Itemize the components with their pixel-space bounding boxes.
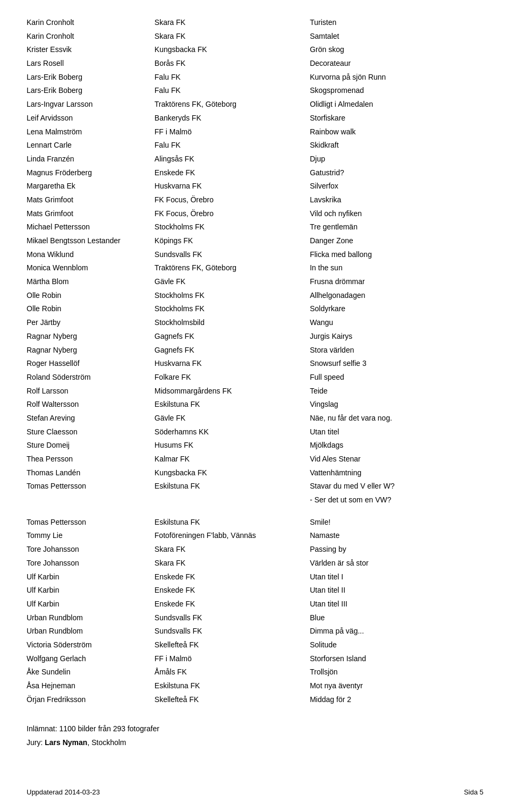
photo-title: - Ser det ut som en VW? bbox=[310, 493, 483, 507]
photo-title: Gatustrid? bbox=[310, 166, 483, 180]
club-name: Enskede FK bbox=[155, 166, 310, 180]
photographer-name: Olle Robin bbox=[27, 289, 155, 303]
table-row: Roger HassellöfHuskvarna FKSnowsurf self… bbox=[27, 357, 483, 371]
photo-title: Snowsurf selfie 3 bbox=[310, 357, 483, 371]
club-name: Enskede FK bbox=[155, 597, 310, 611]
photographer-name: Ragnar Nyberg bbox=[27, 330, 155, 344]
photographer-name: Tore Johansson bbox=[27, 557, 155, 570]
table-row: Thea PerssonKalmar FKVid Ales Stenar bbox=[27, 452, 483, 466]
photo-title: Jurgis Kairys bbox=[310, 330, 483, 344]
photographer-name: Ulf Karbin bbox=[27, 584, 155, 597]
photographer-name: Monica Wennblom bbox=[27, 261, 155, 275]
photo-title: Näe, nu får det vara nog. bbox=[310, 412, 483, 425]
photo-title: Samtalet bbox=[310, 30, 483, 44]
table-row: Urban RundblomSundsvalls FKDimma på väg.… bbox=[27, 625, 483, 638]
table-row: Monica WennblomTraktörens FK, GöteborgIn… bbox=[27, 261, 483, 275]
photo-title: Wangu bbox=[310, 316, 483, 330]
table-row: Thomas LandénKungsbacka FKVattenhämtning bbox=[27, 466, 483, 480]
club-name bbox=[155, 493, 310, 507]
table-row: Lennart CarleFalu FKSkidkraft bbox=[27, 139, 483, 152]
table-row: Magnus FröderbergEnskede FKGatustrid? bbox=[27, 166, 483, 180]
photographer-name bbox=[27, 493, 155, 507]
table-row: Linda FranzénAlingsås FKDjup bbox=[27, 152, 483, 166]
photo-title: Vingslag bbox=[310, 398, 483, 412]
table-row: Roland SöderströmFolkare FKFull speed bbox=[27, 371, 483, 384]
table-row: Wolfgang GerlachFF i MalmöStorforsen Isl… bbox=[27, 652, 483, 666]
update-date: Uppdaterad 2014-03-23 bbox=[27, 788, 100, 796]
club-name: Gävle FK bbox=[155, 412, 310, 425]
photo-title: In the sun bbox=[310, 261, 483, 275]
table-row: Margaretha EkHuskvarna FKSilverfox bbox=[27, 180, 483, 193]
club-name: Bankeryds FK bbox=[155, 112, 310, 125]
club-name: Enskede FK bbox=[155, 570, 310, 584]
photographer-name: Lena Malmström bbox=[27, 125, 155, 139]
photo-title: Vattenhämtning bbox=[310, 466, 483, 480]
table-row: Mikael Bengtsson LestanderKöpings FKDang… bbox=[27, 234, 483, 248]
table-row: Mats GrimfootFK Focus, ÖrebroVild och ny… bbox=[27, 207, 483, 221]
photo-title: Turisten bbox=[310, 16, 483, 30]
jury-prefix: Jury: bbox=[27, 738, 45, 747]
photographer-name: Märtha Blom bbox=[27, 275, 155, 289]
table-row: Karin CronholtSkara FKTuristen bbox=[27, 16, 483, 30]
table-row: Per JärtbyStockholmsbildWangu bbox=[27, 316, 483, 330]
photo-title: Danger Zone bbox=[310, 234, 483, 248]
table-row: - Ser det ut som en VW? bbox=[27, 493, 483, 507]
photo-title: Grön skog bbox=[310, 43, 483, 57]
club-name: Borås FK bbox=[155, 57, 310, 71]
photo-title: Kurvorna på sjön Runn bbox=[310, 71, 483, 84]
photographer-name: Mats Grimfoot bbox=[27, 207, 155, 221]
club-name: Huskvarna FK bbox=[155, 357, 310, 371]
table-row: Ragnar NybergGagnefs FKJurgis Kairys bbox=[27, 330, 483, 344]
photographer-name: Urban Rundblom bbox=[27, 611, 155, 625]
jury-line: Jury: Lars Nyman, Stockholm bbox=[27, 736, 483, 749]
entries-table: Karin CronholtSkara FKTuristenKarin Cron… bbox=[27, 16, 483, 706]
table-row: Mats GrimfootFK Focus, ÖrebroLavskrika bbox=[27, 193, 483, 207]
photo-title: Utan titel II bbox=[310, 584, 483, 597]
table-row: Ulf KarbinEnskede FKUtan titel I bbox=[27, 570, 483, 584]
photographer-name: Åke Sundelin bbox=[27, 665, 155, 679]
photo-title: Full speed bbox=[310, 371, 483, 384]
photographer-name: Ragnar Nyberg bbox=[27, 344, 155, 357]
photographer-name: Sture Claesson bbox=[27, 425, 155, 439]
submitted-line: Inlämnat: 1100 bilder från 293 fotografe… bbox=[27, 722, 483, 736]
photographer-name: Ulf Karbin bbox=[27, 597, 155, 611]
table-row: Michael PetterssonStockholms FKTre gentl… bbox=[27, 220, 483, 234]
table-row: Victoria SöderströmSkellefteå FKSolitude bbox=[27, 638, 483, 652]
table-row: Ragnar NybergGagnefs FKStora världen bbox=[27, 344, 483, 357]
table-row: Lars-Erik BobergFalu FKKurvorna på sjön … bbox=[27, 71, 483, 84]
table-row: Lars RosellBorås FKDecorateaur bbox=[27, 57, 483, 71]
photographer-name: Krister Essvik bbox=[27, 43, 155, 57]
photo-title: Vid Ales Stenar bbox=[310, 452, 483, 466]
club-name: Alingsås FK bbox=[155, 152, 310, 166]
club-name: Folkare FK bbox=[155, 371, 310, 384]
photographer-name: Örjan Fredriksson bbox=[27, 693, 155, 707]
table-row: Tore JohanssonSkara FKVärlden är så stor bbox=[27, 557, 483, 570]
photographer-name: Rolf Waltersson bbox=[27, 398, 155, 412]
footer-info: Inlämnat: 1100 bilder från 293 fotografe… bbox=[27, 722, 483, 749]
club-name: Skara FK bbox=[155, 16, 310, 30]
club-name: Skara FK bbox=[155, 30, 310, 44]
photographer-name: Urban Rundblom bbox=[27, 625, 155, 638]
photographer-name: Lars-Ingvar Larsson bbox=[27, 98, 155, 112]
club-name: Kalmar FK bbox=[155, 452, 310, 466]
photo-title: Stavar du med V eller W? bbox=[310, 480, 483, 493]
photo-title: Utan titel I bbox=[310, 570, 483, 584]
photographer-name: Tomas Pettersson bbox=[27, 516, 155, 529]
photographer-name: Linda Franzén bbox=[27, 152, 155, 166]
photographer-name: Magnus Fröderberg bbox=[27, 166, 155, 180]
photographer-name: Leif Arvidsson bbox=[27, 112, 155, 125]
club-name: FF i Malmö bbox=[155, 125, 310, 139]
photographer-name: Tomas Pettersson bbox=[27, 480, 155, 493]
photo-title: Utan titel III bbox=[310, 597, 483, 611]
club-name: FK Focus, Örebro bbox=[155, 193, 310, 207]
club-name: Eskilstuna FK bbox=[155, 480, 310, 493]
club-name: Stockholms FK bbox=[155, 289, 310, 303]
table-row: Tore JohanssonSkara FKPassing by bbox=[27, 543, 483, 557]
club-name: Eskilstuna FK bbox=[155, 516, 310, 529]
table-row: Karin CronholtSkara FKSamtalet bbox=[27, 30, 483, 44]
photographer-name: Tommy Lie bbox=[27, 529, 155, 543]
photographer-name: Victoria Söderström bbox=[27, 638, 155, 652]
photographer-name: Per Järtby bbox=[27, 316, 155, 330]
table-row: Stefan ArevingGävle FKNäe, nu får det va… bbox=[27, 412, 483, 425]
club-name: Traktörens FK, Göteborg bbox=[155, 98, 310, 112]
